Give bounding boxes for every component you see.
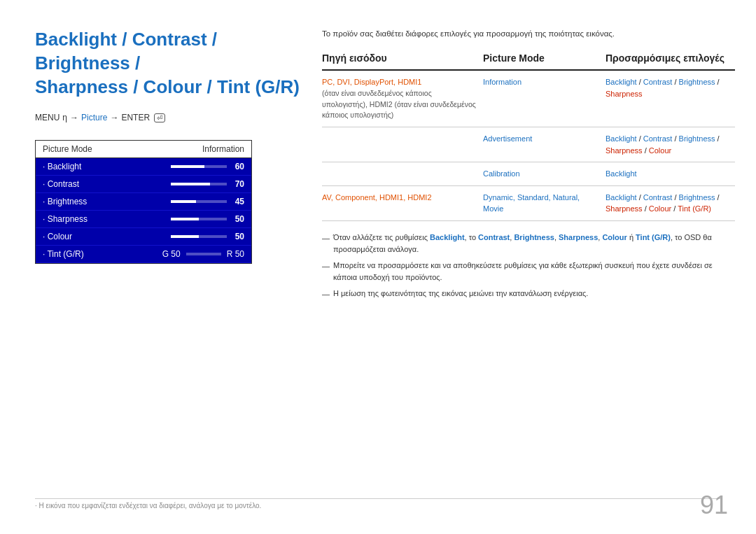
table-row: Advertisement Backlight / Contrast / Bri…	[322, 127, 735, 162]
contrast-bar	[171, 183, 227, 185]
eta-symbol: η	[62, 113, 67, 122]
page-number: 91	[700, 491, 728, 520]
sharpness-item[interactable]: · Sharpness 50	[36, 211, 251, 228]
tint-r-label: R 50	[227, 249, 244, 259]
footer-note: · Η εικόνα που εμφανίζεται ενδέχεται να …	[35, 502, 261, 510]
mode-1: Information	[483, 78, 522, 86]
brightness-value: 45	[235, 197, 244, 206]
backlight-label: · Backlight	[43, 162, 81, 171]
brightness-bar	[171, 200, 227, 203]
brightness-item[interactable]: · Brightness 45	[36, 193, 251, 211]
picture-mode-header: Picture Mode Information	[36, 141, 251, 158]
adj-3: Backlight	[606, 169, 637, 178]
backlight-value: 60	[235, 162, 244, 171]
info-table: Πηγή εισόδου Picture Mode Προσαρμόσιμες …	[322, 52, 735, 220]
left-column: Backlight / Contrast / Brightness / Shar…	[35, 28, 315, 264]
picture-label: Picture	[81, 113, 107, 122]
col1-header: Πηγή εισόδου	[322, 52, 483, 70]
colour-value: 50	[235, 232, 244, 241]
source-4-label: AV, Component, HDMI1, HDMI2	[322, 193, 432, 202]
mode-2: Advertisement	[483, 134, 532, 143]
brightness-label: · Brightness	[43, 197, 87, 206]
colour-label: · Colour	[43, 232, 72, 241]
sharpness-bar	[171, 218, 227, 220]
info-label: Information	[202, 144, 244, 154]
tint-item[interactable]: · Tint (G/R) G 50 R 50	[36, 246, 251, 263]
notes-section: ― Όταν αλλάζετε τις ρυθμίσεις Backlight,…	[322, 232, 735, 301]
colour-bar	[171, 235, 227, 238]
sharpness-value: 50	[235, 214, 244, 224]
note-3: ― Η μείωση της φωτεινότητας της εικόνας …	[322, 288, 735, 301]
source-1-label: PC, DVI, DisplayPort, HDMI1	[322, 76, 476, 88]
intro-text: Το προϊόν σας διαθέτει διάφορες επιλογές…	[322, 28, 735, 40]
contrast-label: · Contrast	[43, 179, 79, 189]
table-row: AV, Component, HDMI1, HDMI2 Dynamic, Sta…	[322, 185, 735, 220]
source-1-desc: (όταν είναι συνδεδεμένος κάποιος υπολογι…	[322, 88, 476, 121]
note-2: ― Μπορείτε να προσαρμόσετε και να αποθηκ…	[322, 260, 735, 284]
menu-label: MENU	[35, 113, 59, 122]
note-1: ― Όταν αλλάζετε τις ρυθμίσεις Backlight,…	[322, 232, 735, 256]
contrast-item[interactable]: · Contrast 70	[36, 176, 251, 193]
tint-g-label: G 50	[162, 249, 181, 259]
menu-navigation: MENU η → Picture → ENTER ⏎	[35, 113, 315, 122]
arrow2: →	[110, 113, 118, 122]
col3-header: Προσαρμόσιμες επιλογές	[606, 52, 735, 70]
sep: /	[637, 78, 643, 86]
tint-g-bar	[186, 253, 221, 255]
divider-line	[35, 498, 721, 499]
right-column: Το προϊόν σας διαθέτει διάφορες επιλογές…	[322, 28, 735, 304]
sharpness-label: · Sharpness	[43, 214, 88, 224]
backlight-bar	[171, 165, 227, 168]
backlight-item[interactable]: · Backlight 60	[36, 158, 251, 176]
table-row: PC, DVI, DisplayPort, HDMI1 (όταν είναι …	[322, 70, 735, 127]
page-title: Backlight / Contrast / Brightness / Shar…	[35, 28, 315, 99]
enter-label: ENTER	[121, 113, 150, 122]
enter-icon: ⏎	[154, 113, 165, 122]
colour-item[interactable]: · Colour 50	[36, 228, 251, 246]
picture-mode-box: Picture Mode Information · Backlight 60 …	[35, 140, 252, 264]
mode-4: Dynamic, Standard, Natural, Movie	[483, 193, 580, 213]
mode-3: Calibration	[483, 169, 520, 178]
tint-label: · Tint (G/R)	[43, 249, 84, 259]
arrow1: →	[70, 113, 78, 122]
adj-1: Backlight	[606, 78, 637, 86]
table-row: Calibration Backlight	[322, 162, 735, 186]
contrast-value: 70	[235, 179, 244, 189]
mode-label: Picture Mode	[43, 144, 92, 154]
col2-header: Picture Mode	[483, 52, 606, 70]
